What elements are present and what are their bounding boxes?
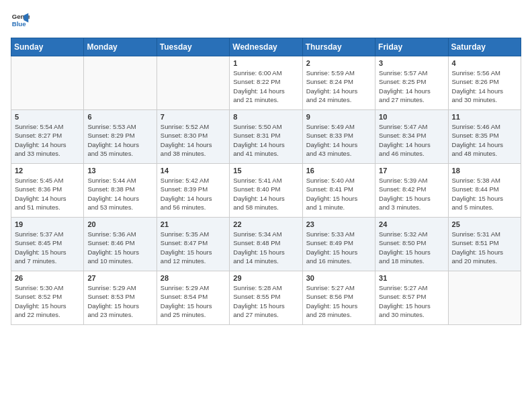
calendar-cell: 7Sunrise: 5:52 AM Sunset: 8:30 PM Daylig… — [157, 110, 229, 164]
day-number: 22 — [233, 220, 298, 228]
header-saturday: Saturday — [448, 38, 521, 56]
calendar-cell: 19Sunrise: 5:37 AM Sunset: 8:45 PM Dayli… — [11, 218, 84, 271]
day-info: Sunrise: 5:27 AM Sunset: 8:57 PM Dayligh… — [379, 283, 444, 319]
calendar-cell: 14Sunrise: 5:42 AM Sunset: 8:39 PM Dayli… — [157, 164, 229, 218]
calendar-cell: 4Sunrise: 5:56 AM Sunset: 8:26 PM Daylig… — [448, 56, 521, 110]
calendar-cell: 15Sunrise: 5:41 AM Sunset: 8:40 PM Dayli… — [230, 164, 302, 218]
header-thursday: Thursday — [302, 38, 375, 56]
calendar-cell: 8Sunrise: 5:50 AM Sunset: 8:31 PM Daylig… — [230, 110, 302, 164]
calendar-cell: 3Sunrise: 5:57 AM Sunset: 8:25 PM Daylig… — [375, 56, 448, 110]
header-wednesday: Wednesday — [230, 38, 302, 56]
day-number: 19 — [15, 220, 80, 228]
day-info: Sunrise: 5:34 AM Sunset: 8:48 PM Dayligh… — [233, 230, 298, 265]
calendar-cell: 20Sunrise: 5:36 AM Sunset: 8:46 PM Dayli… — [84, 218, 157, 271]
calendar-cell — [448, 271, 521, 325]
day-info: Sunrise: 5:30 AM Sunset: 8:52 PM Dayligh… — [15, 283, 80, 319]
calendar-cell: 30Sunrise: 5:27 AM Sunset: 8:56 PM Dayli… — [302, 271, 375, 325]
day-info: Sunrise: 5:41 AM Sunset: 8:40 PM Dayligh… — [233, 176, 298, 212]
day-info: Sunrise: 5:46 AM Sunset: 8:35 PM Dayligh… — [452, 122, 517, 158]
day-info: Sunrise: 5:47 AM Sunset: 8:34 PM Dayligh… — [379, 122, 444, 158]
calendar-cell: 29Sunrise: 5:28 AM Sunset: 8:55 PM Dayli… — [230, 271, 302, 325]
day-info: Sunrise: 5:49 AM Sunset: 8:33 PM Dayligh… — [306, 122, 371, 158]
week-row-4: 26Sunrise: 5:30 AM Sunset: 8:52 PM Dayli… — [11, 271, 521, 325]
calendar-body: 1Sunrise: 6:00 AM Sunset: 8:22 PM Daylig… — [11, 56, 521, 325]
calendar-cell: 5Sunrise: 5:54 AM Sunset: 8:27 PM Daylig… — [11, 110, 84, 164]
week-row-0: 1Sunrise: 6:00 AM Sunset: 8:22 PM Daylig… — [11, 56, 521, 110]
day-info: Sunrise: 5:40 AM Sunset: 8:41 PM Dayligh… — [306, 176, 371, 212]
day-info: Sunrise: 5:57 AM Sunset: 8:25 PM Dayligh… — [379, 68, 444, 104]
day-info: Sunrise: 5:53 AM Sunset: 8:29 PM Dayligh… — [87, 122, 152, 158]
day-number: 26 — [15, 274, 80, 282]
calendar-cell: 10Sunrise: 5:47 AM Sunset: 8:34 PM Dayli… — [375, 110, 448, 164]
week-row-1: 5Sunrise: 5:54 AM Sunset: 8:27 PM Daylig… — [11, 110, 521, 164]
day-info: Sunrise: 5:33 AM Sunset: 8:49 PM Dayligh… — [306, 230, 371, 265]
day-info: Sunrise: 5:35 AM Sunset: 8:47 PM Dayligh… — [161, 230, 226, 265]
day-info: Sunrise: 5:54 AM Sunset: 8:27 PM Dayligh… — [15, 122, 80, 158]
day-number: 4 — [452, 59, 517, 67]
day-info: Sunrise: 5:50 AM Sunset: 8:31 PM Dayligh… — [233, 122, 298, 158]
week-row-2: 12Sunrise: 5:45 AM Sunset: 8:36 PM Dayli… — [11, 164, 521, 218]
calendar-table: SundayMondayTuesdayWednesdayThursdayFrid… — [11, 38, 521, 325]
calendar-cell: 21Sunrise: 5:35 AM Sunset: 8:47 PM Dayli… — [157, 218, 229, 271]
day-number: 15 — [233, 167, 298, 175]
calendar-cell — [11, 56, 84, 110]
calendar-cell: 22Sunrise: 5:34 AM Sunset: 8:48 PM Dayli… — [230, 218, 302, 271]
day-number: 29 — [233, 274, 298, 282]
day-info: Sunrise: 6:00 AM Sunset: 8:22 PM Dayligh… — [233, 68, 298, 104]
day-info: Sunrise: 5:38 AM Sunset: 8:44 PM Dayligh… — [452, 176, 517, 212]
day-info: Sunrise: 5:59 AM Sunset: 8:24 PM Dayligh… — [306, 68, 371, 104]
calendar-cell: 24Sunrise: 5:32 AM Sunset: 8:50 PM Dayli… — [375, 218, 448, 271]
day-number: 3 — [379, 59, 444, 67]
day-number: 13 — [87, 167, 152, 175]
page-header: General Blue — [11, 11, 521, 30]
header-tuesday: Tuesday — [157, 38, 229, 56]
day-info: Sunrise: 5:29 AM Sunset: 8:54 PM Dayligh… — [161, 283, 226, 319]
header-friday: Friday — [375, 38, 448, 56]
day-info: Sunrise: 5:29 AM Sunset: 8:53 PM Dayligh… — [87, 283, 152, 319]
day-number: 21 — [161, 220, 226, 228]
week-row-3: 19Sunrise: 5:37 AM Sunset: 8:45 PM Dayli… — [11, 218, 521, 271]
day-number: 20 — [87, 220, 152, 228]
calendar-cell: 17Sunrise: 5:39 AM Sunset: 8:42 PM Dayli… — [375, 164, 448, 218]
day-number: 18 — [452, 167, 517, 175]
calendar-cell: 18Sunrise: 5:38 AM Sunset: 8:44 PM Dayli… — [448, 164, 521, 218]
day-number: 24 — [379, 220, 444, 228]
header-monday: Monday — [84, 38, 157, 56]
day-info: Sunrise: 5:37 AM Sunset: 8:45 PM Dayligh… — [15, 230, 80, 265]
calendar-cell: 27Sunrise: 5:29 AM Sunset: 8:53 PM Dayli… — [84, 271, 157, 325]
day-number: 1 — [233, 59, 298, 67]
day-number: 17 — [379, 167, 444, 175]
day-number: 23 — [306, 220, 371, 228]
day-info: Sunrise: 5:52 AM Sunset: 8:30 PM Dayligh… — [161, 122, 226, 158]
day-number: 2 — [306, 59, 371, 67]
svg-text:Blue: Blue — [12, 20, 26, 28]
calendar-header-row: SundayMondayTuesdayWednesdayThursdayFrid… — [11, 38, 521, 56]
header-sunday: Sunday — [11, 38, 84, 56]
day-info: Sunrise: 5:31 AM Sunset: 8:51 PM Dayligh… — [452, 230, 517, 265]
day-number: 5 — [15, 113, 80, 121]
day-info: Sunrise: 5:56 AM Sunset: 8:26 PM Dayligh… — [452, 68, 517, 104]
day-number: 9 — [306, 113, 371, 121]
logo-icon: General Blue — [11, 11, 30, 30]
day-info: Sunrise: 5:36 AM Sunset: 8:46 PM Dayligh… — [87, 230, 152, 265]
day-number: 6 — [87, 113, 152, 121]
day-number: 28 — [161, 274, 226, 282]
day-info: Sunrise: 5:27 AM Sunset: 8:56 PM Dayligh… — [306, 283, 371, 319]
calendar-cell: 31Sunrise: 5:27 AM Sunset: 8:57 PM Dayli… — [375, 271, 448, 325]
calendar-cell: 1Sunrise: 6:00 AM Sunset: 8:22 PM Daylig… — [230, 56, 302, 110]
day-number: 25 — [452, 220, 517, 228]
calendar-cell: 12Sunrise: 5:45 AM Sunset: 8:36 PM Dayli… — [11, 164, 84, 218]
day-number: 7 — [161, 113, 226, 121]
day-info: Sunrise: 5:42 AM Sunset: 8:39 PM Dayligh… — [161, 176, 226, 212]
day-number: 8 — [233, 113, 298, 121]
calendar-cell: 13Sunrise: 5:44 AM Sunset: 8:38 PM Dayli… — [84, 164, 157, 218]
calendar-cell: 23Sunrise: 5:33 AM Sunset: 8:49 PM Dayli… — [302, 218, 375, 271]
day-info: Sunrise: 5:44 AM Sunset: 8:38 PM Dayligh… — [87, 176, 152, 212]
day-number: 10 — [379, 113, 444, 121]
day-number: 12 — [15, 167, 80, 175]
calendar-cell: 25Sunrise: 5:31 AM Sunset: 8:51 PM Dayli… — [448, 218, 521, 271]
logo: General Blue — [11, 11, 30, 30]
calendar-cell: 28Sunrise: 5:29 AM Sunset: 8:54 PM Dayli… — [157, 271, 229, 325]
calendar-cell: 26Sunrise: 5:30 AM Sunset: 8:52 PM Dayli… — [11, 271, 84, 325]
day-number: 16 — [306, 167, 371, 175]
